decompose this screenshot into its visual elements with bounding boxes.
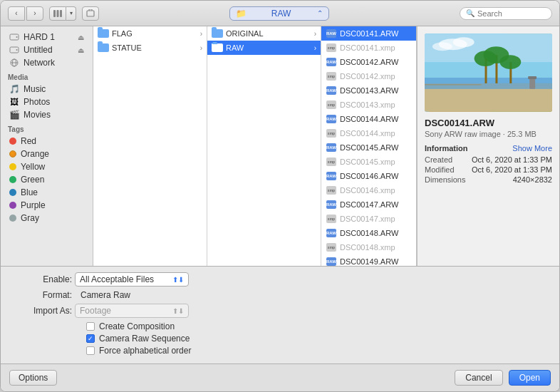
svg-rect-2 (60, 10, 62, 17)
options-button[interactable]: Options (9, 370, 57, 386)
file-label: DSC00147.xmp (340, 215, 417, 223)
path-label: RAW (271, 9, 291, 19)
preview-subtitle: Sony ARW raw image · 25.3 MB (425, 130, 552, 138)
file-label: DSC00144.xmp (340, 129, 417, 138)
list-item[interactable]: FLAG › (93, 26, 207, 41)
svg-point-7 (16, 49, 18, 51)
red-tag-dot (9, 138, 16, 145)
file-label: DSC00148.xmp (340, 243, 417, 252)
arrow-icon: › (200, 44, 202, 52)
view-dropdown-button[interactable]: ▾ (66, 6, 76, 21)
sidebar-item-untitled[interactable]: Untitled ⏏ (2, 43, 91, 56)
sidebar-item-gray[interactable]: Gray (2, 212, 91, 225)
hard1-label: HARD 1 (24, 32, 55, 42)
sidebar-item-green[interactable]: Green (2, 173, 91, 186)
dimensions-row: Dimensions 4240×2832 (425, 175, 552, 184)
action-button[interactable] (82, 6, 99, 21)
sidebar-item-red[interactable]: Red (2, 135, 91, 148)
untitled-eject[interactable]: ⏏ (78, 46, 84, 54)
list-item[interactable]: ORIGINAL › (207, 26, 321, 41)
list-item[interactable]: xmp DSC00148.xmp (321, 240, 417, 254)
forward-button[interactable]: › (26, 6, 43, 21)
list-item[interactable]: STATUE › (93, 41, 207, 55)
green-tag-label: Green (21, 175, 44, 185)
open-button[interactable]: Open (509, 370, 551, 386)
arrow-icon: › (314, 44, 316, 52)
path-dropdown[interactable]: 📁 RAW ⌃ (229, 6, 329, 21)
sidebar-item-photos[interactable]: 🖼 Photos (2, 96, 91, 108)
enable-dropdown[interactable]: All Acceptable Files ⬆⬇ (75, 272, 189, 287)
svg-rect-22 (528, 76, 536, 79)
modified-row: Modified Oct 6, 2020 at 1:33 PM (425, 165, 552, 174)
sidebar-item-music[interactable]: 🎵 Music (2, 83, 91, 96)
raw-file-icon: RAW (326, 257, 337, 266)
preview-image-svg (425, 33, 552, 112)
svg-rect-21 (529, 78, 535, 89)
raw-file-icon: RAW (326, 114, 337, 124)
create-composition-checkbox[interactable] (86, 322, 95, 331)
raw-file-icon: RAW (326, 143, 337, 153)
list-item[interactable]: xmp DSC00141.xmp (321, 41, 417, 55)
folder-icon (98, 43, 109, 53)
file-label: ORIGINAL (226, 29, 311, 38)
xmp-file-icon: xmp (326, 242, 337, 252)
list-item[interactable]: xmp DSC00142.xmp (321, 69, 417, 83)
raw-file-icon: RAW (326, 171, 337, 181)
list-item[interactable]: xmp DSC00146.xmp (321, 183, 417, 197)
camera-raw-sequence-checkbox[interactable] (86, 334, 95, 343)
sidebar-item-orange[interactable]: Orange (2, 148, 91, 160)
column-1: FLAG › STATUE › (93, 26, 207, 266)
search-input[interactable] (477, 9, 541, 18)
list-item[interactable]: xmp DSC00143.xmp (321, 98, 417, 112)
list-item[interactable]: RAW DSC00145.ARW (321, 140, 417, 155)
created-row: Created Oct 6, 2020 at 1:33 PM (425, 155, 552, 164)
tags-section-label: Tags (1, 121, 93, 135)
footer-actions: Cancel Open (455, 370, 551, 386)
sidebar-item-yellow[interactable]: Yellow (2, 160, 91, 173)
list-item[interactable]: xmp DSC00144.xmp (321, 126, 417, 140)
format-value: Camera Raw (75, 290, 130, 300)
cancel-button[interactable]: Cancel (455, 370, 502, 386)
sidebar-item-blue[interactable]: Blue (2, 186, 91, 199)
show-more-link[interactable]: Show More (512, 144, 552, 153)
file-label: DSC00142.xmp (340, 72, 417, 81)
force-alphabetical-row: Force alphabetical order (15, 346, 545, 356)
list-item[interactable]: RAW DSC00146.ARW (321, 169, 417, 183)
bottom-panel: Enable: All Acceptable Files ⬆⬇ Format: … (1, 266, 559, 363)
import-as-row: Import As: Footage ⬆⬇ (15, 304, 545, 318)
file-label: STATUE (112, 43, 197, 52)
list-item[interactable]: RAW DSC00147.ARW (321, 197, 417, 212)
list-item[interactable]: RAW DSC00149.ARW (321, 254, 417, 266)
search-box: 🔍 (460, 7, 552, 20)
list-item[interactable]: xmp DSC00145.xmp (321, 155, 417, 169)
force-alphabetical-checkbox[interactable] (86, 346, 95, 355)
sidebar-item-hard1[interactable]: HARD 1 ⏏ (2, 31, 91, 43)
sidebar: HARD 1 ⏏ Untitled ⏏ Network Media 🎵 M (1, 26, 93, 266)
hard1-eject[interactable]: ⏏ (78, 33, 84, 41)
info-header-row: Information Show More (425, 144, 552, 153)
list-item[interactable]: RAW DSC00148.ARW (321, 226, 417, 240)
sidebar-item-purple[interactable]: Purple (2, 199, 91, 212)
list-item[interactable]: RAW DSC00141.ARW (321, 26, 417, 41)
list-item[interactable]: RAW › (207, 41, 321, 55)
svg-point-20 (475, 51, 497, 66)
svg-point-5 (16, 36, 18, 38)
back-button[interactable]: ‹ (8, 6, 25, 21)
column-2: ORIGINAL › RAW › (207, 26, 321, 266)
sidebar-item-movies[interactable]: 🎬 Movies (2, 108, 91, 121)
folder-icon (212, 29, 223, 38)
xmp-file-icon: xmp (326, 185, 337, 195)
raw-file-icon: RAW (326, 228, 337, 238)
file-label: FLAG (112, 29, 197, 38)
list-item[interactable]: RAW DSC00142.ARW (321, 55, 417, 69)
import-as-dropdown[interactable]: Footage ⬆⬇ (75, 304, 189, 318)
force-alphabetical-label: Force alphabetical order (99, 346, 191, 356)
list-item[interactable]: RAW DSC00143.ARW (321, 83, 417, 98)
list-item[interactable]: xmp DSC00147.xmp (321, 212, 417, 226)
list-item[interactable]: RAW DSC00144.ARW (321, 112, 417, 126)
sidebar-item-network[interactable]: Network (2, 56, 91, 69)
raw-file-icon: RAW (326, 57, 337, 67)
column-view-button[interactable] (49, 6, 66, 21)
create-composition-label: Create Composition (99, 321, 175, 331)
file-label: DSC00143.ARW (340, 86, 417, 95)
